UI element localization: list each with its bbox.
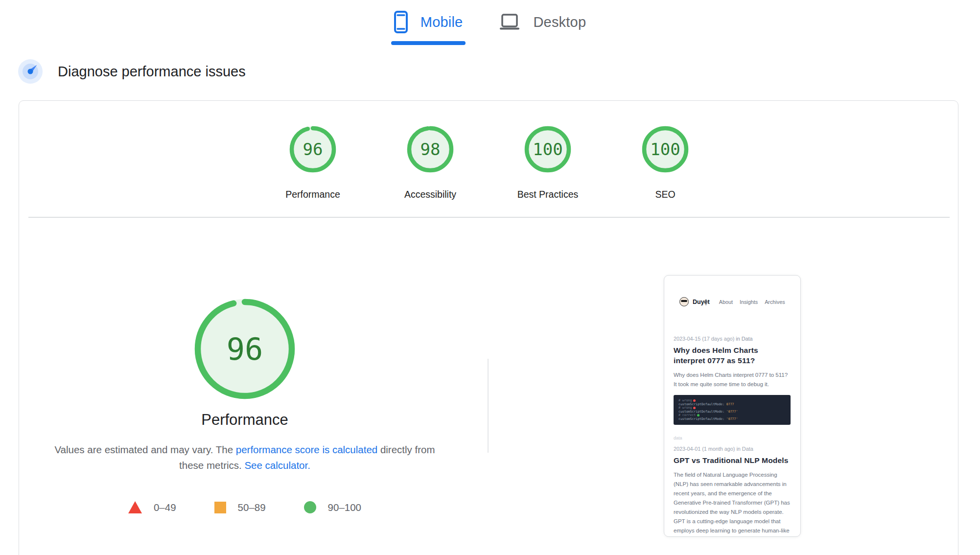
site-name: Duyệt: [693, 299, 710, 305]
nav-archives: Archives: [765, 299, 785, 305]
category-scores-row: 96 Performance 98 Accessibility 100 Best…: [20, 122, 958, 200]
score-accessibility[interactable]: 98 Accessibility: [372, 122, 489, 200]
red-dot-icon: [693, 407, 696, 409]
thumbnail-body: 2023-04-15 (17 days ago) in Data Why doe…: [664, 336, 800, 537]
red-dot-icon: [693, 399, 696, 402]
performance-description: Values are estimated and may vary. The p…: [49, 442, 441, 473]
score-best-practices[interactable]: 100 Best Practices: [489, 122, 607, 200]
nav-about: About: [719, 299, 733, 305]
code-comment: # wrong: [678, 399, 692, 402]
active-tab-indicator: [391, 41, 466, 45]
score-seo[interactable]: 100 SEO: [607, 122, 724, 200]
code-value: 0777: [726, 403, 734, 406]
best-practices-score-label: Best Practices: [517, 189, 579, 200]
tab-desktop[interactable]: Desktop: [499, 8, 586, 45]
accessibility-score-value: 98: [403, 122, 457, 176]
tab-mobile-label: Mobile: [420, 14, 463, 30]
legend-item-fail: 0–49: [128, 501, 176, 513]
tab-mobile[interactable]: Mobile: [394, 8, 463, 45]
seo-score-value: 100: [638, 122, 692, 176]
performance-score-value: 96: [286, 122, 340, 176]
best-practices-score-value: 100: [521, 122, 575, 176]
device-tabs: Mobile Desktop: [0, 8, 980, 45]
score-legend: 0–49 50–89 90–100: [44, 501, 445, 513]
code-key: customScriptDefaultMode:: [678, 403, 724, 406]
vertical-divider: [488, 359, 489, 453]
legend-item-pass: 90–100: [304, 501, 361, 513]
green-circle-icon: [304, 501, 316, 513]
laptop-icon: [499, 13, 520, 31]
post2-category: in Data: [736, 446, 753, 452]
post2-date: 2023-04-01 (1 month ago): [674, 446, 735, 452]
post1-excerpt: Why does Helm Charts interpret 0777 to 5…: [674, 370, 791, 389]
post1-meta: 2023-04-15 (17 days ago) in Data: [674, 336, 791, 342]
description-text-1: Values are estimated and may vary. The: [54, 444, 235, 455]
speed-radar-icon: [18, 59, 43, 84]
performance-score-calculated-link[interactable]: performance score is calculated: [236, 444, 377, 455]
performance-detail-score-value: 96: [190, 294, 300, 404]
orange-square-icon: [214, 502, 226, 513]
smartphone-icon: [394, 11, 408, 33]
performance-score-label: Performance: [285, 189, 340, 200]
performance-detail-title: Performance: [98, 411, 392, 429]
post2-excerpt: The field of Natural Language Processing…: [674, 470, 791, 537]
avatar: [679, 297, 689, 306]
green-dot-icon: [697, 414, 700, 416]
accessibility-score-label: Accessibility: [404, 189, 456, 200]
page-screenshot-thumbnail: Duyệt About Insights Archives 2023-04-15…: [664, 275, 801, 537]
code-key: customScriptDefaultMode:: [678, 410, 724, 414]
code-comment: # wrong: [678, 406, 692, 410]
legend-fail-label: 0–49: [154, 502, 176, 513]
red-triangle-icon: [128, 501, 142, 513]
performance-detail-gauge: 96: [190, 294, 300, 404]
code-comment: # correct: [678, 414, 696, 417]
post1-tag: data: [674, 436, 791, 440]
tab-desktop-label: Desktop: [533, 14, 586, 30]
diagnose-section-header: Diagnose performance issues: [18, 59, 246, 84]
post2-meta: 2023-04-01 (1 month ago) in Data: [674, 446, 791, 452]
code-key: customScriptDefaultMode:: [678, 417, 724, 421]
seo-score-label: SEO: [655, 189, 675, 200]
post2-title: GPT vs Traditional NLP Models: [674, 455, 791, 465]
see-calculator-link[interactable]: See calculator.: [244, 460, 310, 471]
legend-pass-label: 90–100: [328, 502, 361, 513]
score-performance[interactable]: 96 Performance: [254, 122, 372, 200]
post1-title: Why does Helm Charts interpret 0777 as 5…: [674, 345, 791, 366]
thumbnail-nav: About Insights Archives: [719, 299, 785, 305]
thumbnail-site-header: Duyệt About Insights Archives: [679, 297, 800, 306]
code-value: '0777': [726, 410, 738, 414]
legend-item-average: 50–89: [214, 502, 266, 513]
card-divider: [28, 217, 950, 218]
legend-average-label: 50–89: [238, 502, 266, 513]
post1-category: in Data: [736, 336, 752, 342]
code-value: '0777': [726, 417, 738, 421]
post1-date: 2023-04-15 (17 days ago): [674, 336, 734, 342]
nav-insights: Insights: [740, 299, 758, 305]
post1-code-block: # wrong customScriptDefaultMode: 0777 # …: [674, 395, 791, 425]
page-title: Diagnose performance issues: [58, 64, 246, 80]
